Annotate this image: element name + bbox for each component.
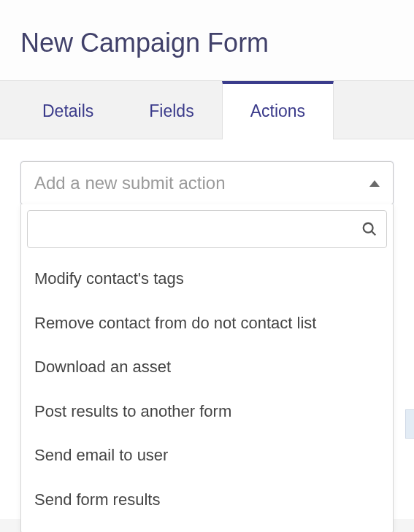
actions-panel: Add a new submit action Modify contact's…	[0, 139, 414, 519]
select-placeholder: Add a new submit action	[34, 173, 369, 193]
option-label: Post results to another form	[34, 402, 231, 420]
option-send-email[interactable]: Send email to user	[27, 433, 387, 478]
svg-point-0	[364, 223, 373, 233]
tabs-bar: Details Fields Actions	[0, 80, 414, 139]
option-label: Send form results	[34, 490, 160, 509]
option-label: Modify contact's tags	[34, 269, 184, 288]
action-dropdown: Modify contact's tags Remove contact fro…	[20, 204, 394, 532]
add-submit-action-select[interactable]: Add a new submit action Modify contact's…	[20, 161, 394, 205]
caret-up-icon	[369, 180, 380, 187]
option-modify-tags[interactable]: Modify contact's tags	[27, 257, 387, 301]
search-input[interactable]	[37, 211, 361, 247]
tab-label: Details	[42, 101, 93, 120]
svg-line-1	[372, 231, 376, 236]
header: New Campaign Form	[0, 0, 414, 80]
option-label: Download an asset	[34, 358, 171, 376]
tab-label: Actions	[250, 101, 305, 120]
page-title: New Campaign Form	[20, 28, 394, 58]
tab-fields[interactable]: Fields	[121, 81, 221, 139]
option-remove-dnc[interactable]: Remove contact from do not contact list	[27, 301, 387, 346]
option-label: Send email to user	[34, 446, 168, 464]
option-send-form-results[interactable]: Send form results	[27, 478, 387, 523]
option-label: Remove contact from do not contact list	[34, 314, 316, 332]
option-post-results[interactable]: Post results to another form	[27, 390, 387, 434]
dropdown-search[interactable]	[27, 210, 387, 248]
tab-label: Fields	[149, 101, 193, 120]
search-icon	[361, 221, 377, 237]
tab-actions[interactable]: Actions	[222, 81, 334, 139]
background-scroll-hint	[405, 409, 414, 439]
tab-details[interactable]: Details	[15, 81, 121, 139]
option-download-asset[interactable]: Download an asset	[27, 345, 387, 390]
